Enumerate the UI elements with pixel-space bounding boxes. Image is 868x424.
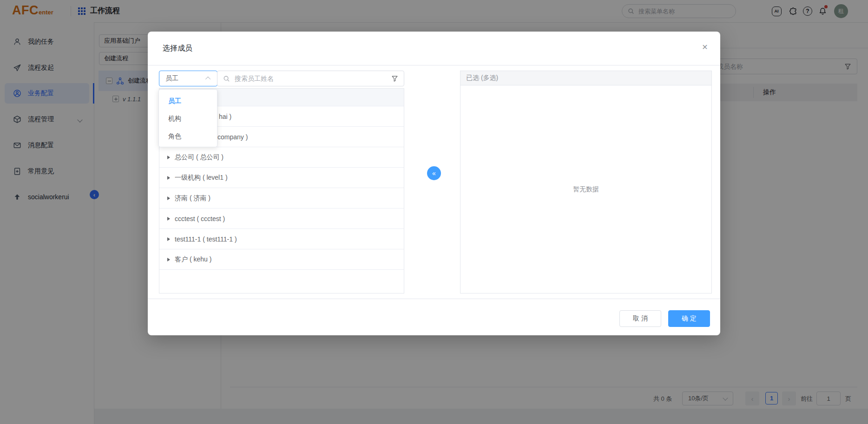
filter-icon[interactable] [391, 75, 398, 82]
dialog-title: 选择成员 [163, 44, 192, 53]
tree-row[interactable]: 一级机构 ( level1 ) [159, 168, 404, 188]
caret-right-icon[interactable] [167, 258, 170, 261]
cancel-button[interactable]: 取 消 [619, 310, 661, 327]
caret-right-icon[interactable] [167, 196, 170, 200]
screen: AFCenter 工作流程 AI ? [0, 0, 868, 424]
tree-row[interactable]: ccctest ( ccctest ) [159, 209, 404, 229]
member-type-dropdown: 员工 机构 角色 [158, 89, 217, 147]
member-type-value: 员工 [165, 74, 207, 83]
empty-state-text: 暂无数据 [573, 185, 599, 194]
search-icon [223, 75, 230, 82]
employee-search-input[interactable] [234, 74, 391, 83]
caret-right-icon[interactable] [167, 237, 170, 241]
caret-right-icon[interactable] [167, 156, 170, 159]
close-icon[interactable]: ✕ [699, 41, 711, 53]
select-members-dialog: 选择成员 ✕ 员工 hai ) company ) 总公司 ( 总公司 ) 一级… [148, 32, 720, 335]
tree-row[interactable]: 济南 ( 济南 ) [159, 188, 404, 209]
dropdown-option-organization[interactable]: 机构 [159, 110, 217, 127]
caret-right-icon[interactable] [167, 217, 170, 221]
employee-search-box[interactable] [217, 71, 404, 86]
confirm-button[interactable]: 确 定 [668, 310, 710, 327]
dialog-footer-divider [148, 299, 720, 299]
tree-row[interactable]: 总公司 ( 总公司 ) [159, 147, 404, 168]
caret-right-icon[interactable] [167, 176, 170, 180]
selected-panel-header: 已选 (多选) [460, 71, 711, 85]
dialog-header-divider [148, 65, 720, 65]
tree-row[interactable]: test111-1 ( test111-1 ) [159, 229, 404, 249]
selected-members-panel: 已选 (多选) 暂无数据 [460, 71, 712, 294]
tree-row[interactable]: 客户 ( kehu ) [159, 249, 404, 270]
dropdown-option-role[interactable]: 角色 [159, 127, 217, 145]
transfer-left-button[interactable]: « [427, 166, 441, 180]
dropdown-option-employee[interactable]: 员工 [159, 92, 217, 110]
member-type-select[interactable]: 员工 [159, 71, 217, 86]
